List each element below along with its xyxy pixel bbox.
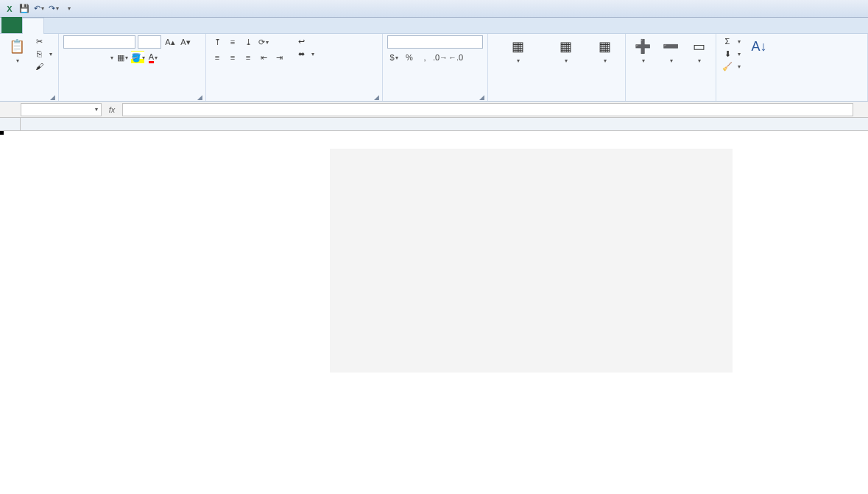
cells-group-label (630, 99, 711, 101)
merge-center-button[interactable]: ⬌▾ (294, 48, 316, 60)
font-group-label: ◢ (63, 99, 201, 101)
border-button[interactable]: ▦▾ (116, 51, 129, 64)
launcher-icon[interactable]: ◢ (197, 93, 202, 101)
launcher-icon[interactable]: ◢ (479, 93, 484, 101)
decrease-decimal-icon[interactable]: ←.0 (449, 51, 462, 64)
font-name-input[interactable] (63, 35, 135, 49)
italic-button[interactable] (79, 51, 92, 64)
conditional-formatting-button[interactable]: ▦▾ (493, 35, 543, 66)
title-bar: X 💾 ↶▾ ↷▾ ▾ (0, 0, 868, 18)
shrink-font-icon[interactable]: A▾ (179, 35, 192, 49)
align-middle-icon[interactable]: ≡ (226, 35, 239, 49)
group-clipboard: 📋▾ ✂ ⎘▾ 🖌 ◢ (0, 34, 59, 101)
orientation-icon[interactable]: ⟳▾ (257, 35, 270, 49)
group-styles: ▦▾ ▦▾ ▦▾ (488, 34, 626, 101)
copy-button[interactable]: ⎘▾ (32, 48, 54, 60)
decrease-indent-icon[interactable]: ⇤ (257, 51, 270, 64)
underline-button[interactable] (94, 51, 107, 64)
tab-formulas[interactable] (85, 17, 106, 33)
delete-cells-button[interactable]: ➖▾ (658, 35, 683, 66)
number-format-input[interactable] (387, 35, 483, 49)
percent-icon[interactable]: % (403, 51, 416, 64)
increase-decimal-icon[interactable]: .0→ (434, 51, 447, 64)
tab-view[interactable] (147, 17, 168, 33)
align-bottom-icon[interactable]: ⤓ (241, 35, 255, 49)
align-right-icon[interactable]: ≡ (241, 51, 255, 64)
comma-icon[interactable]: , (418, 51, 431, 64)
align-left-icon[interactable]: ≡ (211, 51, 224, 64)
undo-icon[interactable]: ↶▾ (32, 2, 46, 15)
wrap-text-button[interactable]: ↩ (294, 35, 316, 47)
tab-data[interactable] (106, 17, 127, 33)
launcher-icon[interactable]: ◢ (374, 93, 379, 101)
qat-customize-icon[interactable]: ▾ (62, 2, 75, 15)
chart-title[interactable] (304, 134, 814, 140)
grow-font-icon[interactable]: A▴ (163, 35, 177, 49)
font-color-button[interactable]: A▾ (147, 51, 160, 64)
group-font: A▴ A▾ ▾ ▦▾ 🪣▾ A▾ ◢ (59, 34, 206, 101)
ribbon-tabs (0, 18, 868, 34)
font-size-input[interactable] (138, 35, 161, 49)
ribbon: 📋▾ ✂ ⎘▾ 🖌 ◢ A▴ A▾ ▾ ▦▾ 🪣▾ A▾ (0, 34, 868, 102)
fill-button[interactable]: ⬇▾ (721, 48, 742, 60)
bold-button[interactable] (63, 51, 77, 64)
autosum-button[interactable]: Σ▾ (721, 35, 742, 47)
group-number: $▾ % , .0→ ←.0 ◢ (383, 34, 488, 101)
chart-object[interactable] (304, 134, 814, 395)
active-cell-outline (0, 131, 3, 134)
formula-input[interactable] (122, 103, 853, 116)
save-icon[interactable]: 💾 (18, 2, 31, 15)
redo-icon[interactable]: ↷▾ (47, 2, 60, 15)
tab-review[interactable] (127, 17, 147, 33)
cell-styles-button[interactable]: ▦▾ (588, 35, 621, 66)
increase-indent-icon[interactable]: ⇥ (272, 51, 286, 64)
editing-group-label (721, 99, 863, 101)
tab-home[interactable] (22, 18, 44, 34)
clear-button[interactable]: 🧹▾ (721, 60, 742, 72)
number-group-label: ◢ (387, 99, 483, 101)
group-alignment: ⤒ ≡ ⤓ ⟳▾ ≡ ≡ ≡ ⇤ ⇥ ↩ ⬌▾ ◢ (206, 34, 383, 101)
align-top-icon[interactable]: ⤒ (211, 35, 224, 49)
paste-button[interactable]: 📋▾ (4, 35, 29, 66)
format-as-table-button[interactable]: ▦▾ (546, 35, 585, 66)
fill-color-button[interactable]: 🪣▾ (131, 51, 144, 64)
cut-button[interactable]: ✂ (32, 35, 54, 47)
group-cells: ➕▾ ➖▾ ▭▾ (626, 34, 716, 101)
select-all-corner[interactable] (0, 118, 21, 130)
formula-bar: ▾ fx (0, 102, 868, 118)
tab-insert[interactable] (44, 17, 65, 33)
alignment-group-label: ◢ (211, 99, 378, 101)
clipboard-group-label: ◢ (4, 99, 54, 101)
name-box[interactable]: ▾ (21, 103, 102, 116)
format-painter-button[interactable]: 🖌 (32, 60, 54, 72)
fill-handle[interactable] (0, 131, 4, 135)
align-center-icon[interactable]: ≡ (226, 51, 239, 64)
styles-group-label (493, 99, 621, 101)
chart-plot-area (330, 149, 733, 373)
sort-filter-button[interactable]: A↓ (745, 35, 773, 58)
launcher-icon[interactable]: ◢ (50, 93, 55, 101)
currency-icon[interactable]: $▾ (387, 51, 401, 64)
spreadsheet-grid[interactable] (0, 118, 868, 489)
tab-pagelayout[interactable] (65, 17, 85, 33)
tab-file[interactable] (1, 17, 22, 33)
excel-icon: X (3, 2, 16, 15)
group-editing: Σ▾ ⬇▾ 🧹▾ A↓ (716, 34, 868, 101)
insert-cells-button[interactable]: ➕▾ (630, 35, 655, 66)
format-cells-button[interactable]: ▭▾ (686, 35, 711, 66)
fx-icon[interactable]: fx (103, 105, 121, 114)
